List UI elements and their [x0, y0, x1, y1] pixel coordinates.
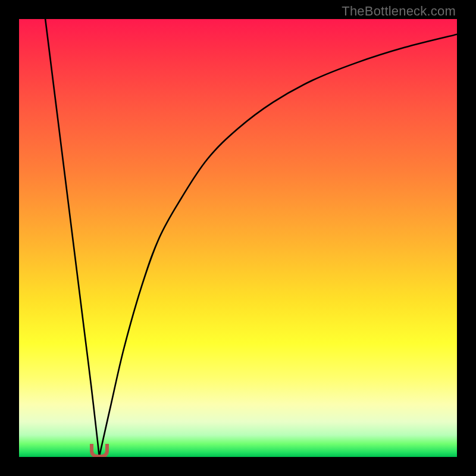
bottleneck-curve: [19, 19, 457, 457]
plot-area: [19, 19, 457, 457]
chart-frame: TheBottleneck.com: [0, 0, 476, 476]
minimum-marker-icon: [90, 444, 109, 457]
watermark-text: TheBottleneck.com: [342, 4, 456, 19]
